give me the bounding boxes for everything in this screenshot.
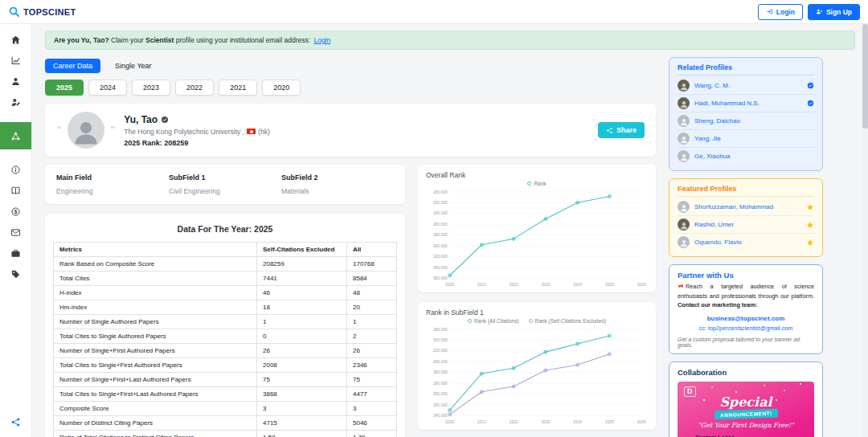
- table-cell: Total Cites to Single+First Authored Pap…: [54, 358, 257, 373]
- table-cell: 3: [347, 402, 397, 416]
- brand-logo[interactable]: TOPSCINET: [8, 6, 76, 18]
- profile-list-item[interactable]: Ge, Xiaohua: [678, 148, 814, 165]
- svg-text:220,000: 220,000: [433, 349, 448, 353]
- profile-link[interactable]: Hadi, Muhammad N.S.: [694, 100, 802, 107]
- sidebar-item-briefcase[interactable]: [0, 243, 31, 263]
- table-cell: 2346: [347, 358, 397, 373]
- table-row: Total Cites to Single+First Authored Pap…: [54, 358, 397, 373]
- table-cell: 75: [347, 373, 397, 387]
- alert-highlight: Scientist: [145, 36, 174, 44]
- profile-link[interactable]: Sheng, Daichao: [694, 117, 814, 125]
- table-cell: Rank Based on Composite Score: [54, 257, 257, 272]
- legend-item[interactable]: Rank (Self-Citations Excluded): [529, 318, 607, 324]
- hk-flag-icon: [247, 129, 256, 134]
- partner-email-link[interactable]: business@topscinet.com: [678, 315, 814, 322]
- table-row: Hm-index1820: [54, 300, 397, 315]
- chart-icon: [10, 55, 21, 66]
- login-button[interactable]: Login: [758, 4, 803, 20]
- legend-item[interactable]: Rank (All Citations): [468, 318, 519, 324]
- verified-badge-icon: [161, 116, 169, 124]
- table-row: Number of Single Authored Papers11: [54, 315, 397, 329]
- profile-link[interactable]: Yang, Jie: [694, 135, 814, 142]
- year-button-2025[interactable]: 2025: [45, 80, 84, 96]
- svg-text:220,000: 220,000: [433, 201, 448, 205]
- collaboration-title: Collaboration: [678, 368, 814, 377]
- table-cell: Composite Score: [54, 402, 257, 416]
- svg-text:360,000: 360,000: [433, 276, 448, 280]
- legend-item[interactable]: Rank: [527, 181, 546, 186]
- year-button-2022[interactable]: 2022: [175, 80, 214, 96]
- scrollbar-thumb[interactable]: [862, 24, 868, 129]
- partner-card: Partner with Us Reach a targeted audienc…: [669, 264, 823, 354]
- profile-list-item[interactable]: Yang, Jie: [678, 130, 814, 148]
- profile-link[interactable]: Shorfuzzaman, Mohammad: [694, 203, 801, 210]
- profile-link[interactable]: Wang, C. M.: [694, 82, 802, 89]
- alert-login-link[interactable]: Login: [313, 36, 330, 44]
- profile-list-item[interactable]: Sheng, Daichao: [678, 112, 814, 130]
- claim-profile-alert: Are you Yu, Tao? Claim your Scientist pr…: [45, 31, 855, 50]
- avatar: [678, 218, 690, 231]
- tag-icon: [10, 269, 21, 280]
- collaboration-ad-banner[interactable]: D Special ANNOUNCEMENT! "Get Your First …: [678, 382, 814, 437]
- partner-note: Get a custom proposal tailored to your b…: [678, 337, 814, 348]
- sidebar-item-scientist[interactable]: [0, 71, 31, 92]
- year-button-2023[interactable]: 2023: [132, 80, 170, 96]
- main-content: Are you Yu, Tao? Claim your Scientist pr…: [32, 24, 868, 437]
- decorative-quote-left: “: [56, 125, 62, 137]
- sidebar-item-chart[interactable]: [0, 50, 31, 71]
- profile-link[interactable]: Rashid, Umer: [694, 221, 801, 228]
- sidebar-share-button[interactable]: [0, 411, 31, 432]
- sidebar-item-tag[interactable]: [0, 263, 31, 284]
- ad-service-list: Custom LogosBanner DesignsSocial Media G…: [695, 433, 808, 437]
- profile-name: Yu, Tao: [124, 114, 158, 125]
- table-cell: Number of Single Authored Papers: [54, 315, 257, 329]
- table-cell: 8584: [347, 272, 397, 286]
- legend-marker-icon: [527, 182, 531, 186]
- subfield-rank-chart: 180,000200,000220,000240,000260,000280,0…: [426, 325, 648, 426]
- svg-text:2026: 2026: [637, 283, 646, 287]
- metrics-table-card: Data For The Year: 2025 MetricsSelf-Cita…: [45, 214, 405, 437]
- sidebar-item-home[interactable]: [0, 29, 31, 50]
- sidebar-item-coin[interactable]: $: [0, 201, 31, 222]
- table-cell: Number of Single+First+Last Authored Pap…: [54, 373, 257, 387]
- scientist-icon: [10, 76, 21, 87]
- sidebar-item-network[interactable]: [0, 122, 31, 149]
- sidebar-item-info[interactable]: [0, 159, 31, 180]
- profile-list-item[interactable]: Wang, C. M.: [678, 77, 814, 95]
- scrollbar[interactable]: [862, 24, 868, 437]
- avatar: [678, 115, 690, 127]
- year-button-2024[interactable]: 2024: [88, 80, 127, 96]
- profile-link[interactable]: Ge, Xiaohua: [694, 153, 814, 160]
- featured-star-icon: [806, 203, 814, 211]
- verified-check-icon: [807, 100, 814, 107]
- sidebar-item-journal[interactable]: [0, 180, 31, 201]
- fields-card: Main FieldEngineeringSubField 1Civil Eng…: [45, 165, 405, 204]
- subfield-rank-legend: Rank (All Citations)Rank (Self-Citations…: [426, 318, 648, 324]
- field-value: Materials: [281, 187, 394, 195]
- signup-button[interactable]: Sign Up: [808, 4, 860, 20]
- svg-text:2021: 2021: [477, 283, 486, 287]
- profile-list-item[interactable]: Hadi, Muhammad N.S.: [678, 95, 814, 112]
- table-header-cell: All: [347, 243, 397, 257]
- overall-rank-chart: 200,000220,000240,000260,000280,000300,0…: [426, 187, 648, 288]
- year-button-2020[interactable]: 2020: [262, 80, 301, 96]
- sidebar-item-author[interactable]: [0, 92, 31, 112]
- partner-title: Partner with Us: [678, 271, 814, 280]
- sidebar-item-mail[interactable]: [0, 222, 31, 243]
- profile-list-item[interactable]: Rashid, Umer: [678, 216, 814, 234]
- profile-link[interactable]: Oquendo, Flavio: [694, 239, 801, 246]
- svg-text:2023: 2023: [541, 283, 550, 287]
- table-cell: 3868: [257, 387, 347, 402]
- share-button[interactable]: Share: [598, 122, 645, 138]
- year-button-2021[interactable]: 2021: [219, 80, 257, 96]
- profile-list-item[interactable]: Oquendo, Flavio: [678, 234, 814, 251]
- table-cell: Hm-index: [54, 300, 257, 315]
- tab-single-year[interactable]: Single Year: [107, 59, 160, 73]
- profile-list-item[interactable]: Shorfuzzaman, Mohammad: [678, 198, 814, 216]
- partner-cc-link[interactable]: cc: top2percentscientist@gmail.com: [678, 325, 814, 332]
- field-subfield-2: SubField 2Materials: [281, 174, 394, 195]
- table-row: Number of Single+First Authored Papers26…: [54, 344, 397, 358]
- table-cell: 1.70: [347, 431, 397, 437]
- tab-career-data[interactable]: Career Data: [45, 59, 100, 73]
- table-cell: 18: [257, 300, 347, 315]
